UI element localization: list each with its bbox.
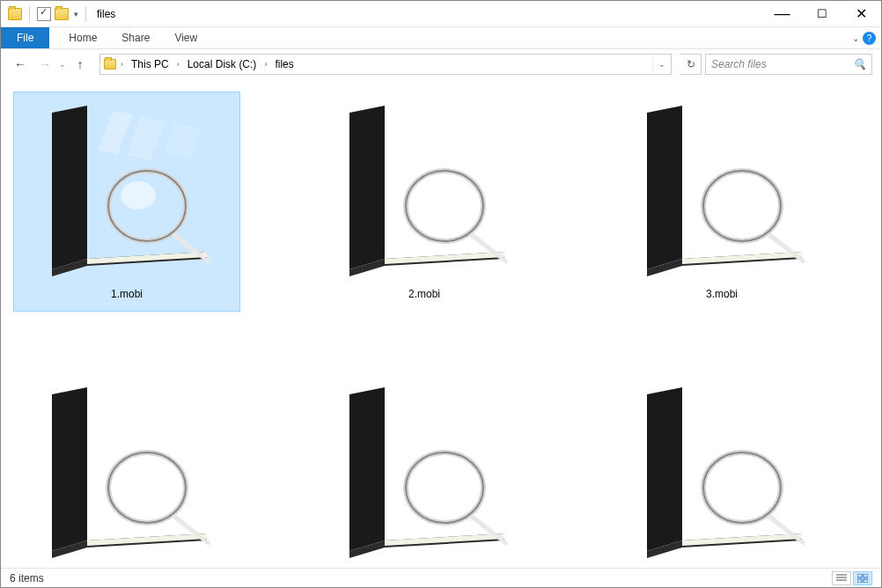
file-list[interactable]: 1.mobi 2.mobi 3.mobi 4.mobi 5.mobi 6.mob… <box>1 79 881 570</box>
file-item[interactable]: 5.mobi <box>311 373 538 570</box>
minimize-button[interactable]: — <box>762 1 802 26</box>
maximize-button[interactable]: ☐ <box>802 1 842 26</box>
chevron-right-icon[interactable]: › <box>118 60 126 69</box>
folder-icon <box>104 59 116 70</box>
qat-new-folder-icon[interactable] <box>55 8 69 20</box>
qat-dropdown-icon[interactable]: ▾ <box>74 10 78 18</box>
forward-button[interactable]: → <box>34 54 55 75</box>
back-button[interactable]: ← <box>10 54 31 75</box>
file-label: 3.mobi <box>706 288 738 300</box>
large-icons-view-button[interactable] <box>853 571 872 585</box>
ribbon-expand-icon[interactable]: ⌄ <box>852 33 859 43</box>
tab-share[interactable]: Share <box>109 27 162 48</box>
search-placeholder: Search files <box>711 58 767 70</box>
window-title: files <box>97 8 115 20</box>
file-item[interactable]: 6.mobi <box>608 373 835 570</box>
app-icon[interactable] <box>8 8 22 20</box>
separator <box>29 6 30 22</box>
file-icon <box>327 98 521 283</box>
close-button[interactable]: ✕ <box>842 1 881 26</box>
separator <box>85 6 86 22</box>
up-button[interactable]: ↑ <box>70 54 91 75</box>
navigation-bar: ← → ⌄ ↑ › This PC › Local Disk (C:) › fi… <box>1 49 881 79</box>
title-bar: ▾ files — ☐ ✕ <box>1 1 881 27</box>
window-controls: — ☐ ✕ <box>762 1 881 26</box>
chevron-right-icon[interactable]: › <box>174 60 182 69</box>
quick-access-toolbar: ▾ <box>8 6 90 22</box>
view-toggles <box>832 571 872 585</box>
file-icon <box>30 379 224 564</box>
svg-rect-19 <box>864 579 868 583</box>
breadcrumb-segment[interactable]: This PC <box>128 55 173 74</box>
file-icon <box>625 98 819 283</box>
chevron-right-icon[interactable]: › <box>261 60 269 69</box>
svg-rect-17 <box>864 574 868 577</box>
search-input[interactable]: Search files 🔍 <box>705 54 872 75</box>
breadcrumb-segment[interactable]: Local Disk (C:) <box>184 55 261 74</box>
file-item[interactable]: 3.mobi <box>608 92 835 312</box>
item-count: 6 items <box>10 572 44 584</box>
details-view-button[interactable] <box>832 571 851 585</box>
svg-rect-18 <box>857 579 862 583</box>
file-item[interactable]: 4.mobi <box>13 373 240 570</box>
address-bar[interactable]: › This PC › Local Disk (C:) › files ⌄ <box>99 54 672 75</box>
svg-rect-16 <box>857 574 862 577</box>
file-item[interactable]: 1.mobi <box>13 92 240 312</box>
ribbon-tabs: File Home Share View ⌄ ? <box>1 27 881 49</box>
file-icon <box>30 98 224 283</box>
help-icon[interactable]: ? <box>863 32 876 45</box>
file-icon <box>327 379 521 564</box>
tab-view[interactable]: View <box>162 27 209 48</box>
tab-home[interactable]: Home <box>56 27 109 48</box>
breadcrumb-segment[interactable]: files <box>271 55 297 74</box>
recent-locations-icon[interactable]: ⌄ <box>59 60 66 69</box>
search-icon: 🔍 <box>853 58 866 70</box>
refresh-button[interactable]: ↻ <box>680 54 702 75</box>
file-icon <box>625 379 819 564</box>
address-dropdown-icon[interactable]: ⌄ <box>652 55 671 74</box>
status-bar: 6 items <box>1 568 881 587</box>
file-label: 1.mobi <box>111 288 143 300</box>
file-tab[interactable]: File <box>1 27 49 48</box>
file-item[interactable]: 2.mobi <box>311 92 538 312</box>
file-label: 2.mobi <box>408 288 440 300</box>
qat-properties-toggle[interactable] <box>37 7 51 21</box>
